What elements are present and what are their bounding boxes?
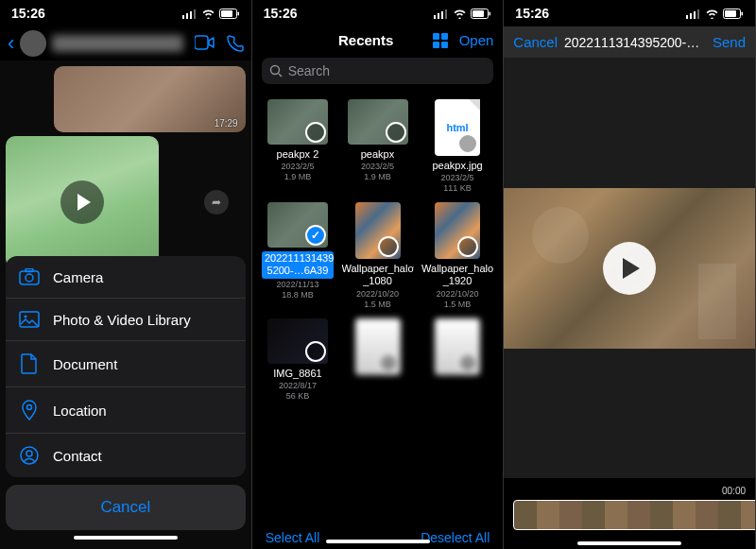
file-thumbnail	[267, 99, 328, 145]
file-title: 2022111314395200-F1C11A2…	[564, 35, 706, 50]
grid-view-icon[interactable]	[433, 33, 448, 48]
file-item[interactable]: Wallpaper_halowee…_19202022/10/201.5 MB	[420, 202, 496, 308]
files-grid: peakpx 22023/2/51.9 MBpeakpx2023/2/51.9 …	[252, 94, 504, 549]
sheet-item-camera[interactable]: Camera	[6, 256, 246, 299]
file-item[interactable]: Wallpaper_halowee…_10802022/10/201.5 MB	[339, 202, 416, 308]
status-bar: 15:26	[252, 0, 504, 26]
svg-rect-30	[725, 10, 736, 17]
battery-icon	[219, 9, 240, 19]
battery-icon	[471, 9, 491, 19]
image-message[interactable]: 17:29	[54, 66, 246, 132]
select-all-button[interactable]: Select All	[266, 530, 320, 545]
send-button[interactable]: Send	[713, 34, 746, 50]
forward-icon[interactable]: ➦	[204, 190, 229, 214]
status-right	[182, 9, 240, 19]
selection-toggle[interactable]	[378, 236, 399, 257]
sheet-item-document[interactable]: Document	[6, 341, 246, 387]
file-thumbnail: html	[435, 99, 480, 156]
selection-toggle[interactable]	[305, 225, 326, 246]
svg-point-9	[26, 274, 33, 282]
selection-toggle[interactable]	[305, 341, 326, 362]
chat-header: ‹	[0, 26, 251, 60]
selection-toggle[interactable]	[305, 122, 326, 143]
cancel-button[interactable]: Cancel	[6, 485, 246, 530]
selection-toggle[interactable]	[457, 133, 478, 154]
file-item[interactable]: IMG_88612022/8/1756 KB	[260, 318, 336, 401]
file-item[interactable]: peakpx 22023/2/51.9 MB	[260, 99, 336, 193]
video-call-icon[interactable]	[195, 35, 215, 50]
play-icon[interactable]	[603, 242, 656, 295]
home-indicator[interactable]	[74, 536, 178, 540]
deselect-all-button[interactable]: Deselect All	[421, 530, 490, 545]
file-size: 111 KB	[443, 183, 472, 193]
video-preview[interactable]	[504, 188, 755, 349]
status-bar: 15:26	[504, 0, 755, 26]
send-preview-panel: 15:26 Cancel 2022111314395200-F1C11A2… S…	[504, 0, 756, 549]
sheet-item-contact[interactable]: Contact	[6, 434, 246, 477]
file-item[interactable]	[420, 318, 496, 401]
status-bar: 15:26	[0, 0, 251, 26]
file-thumbnail	[348, 99, 408, 145]
camera-icon	[19, 268, 40, 285]
timeline-scrubber[interactable]	[513, 500, 756, 530]
whatsapp-chat-panel: 15:26 ‹ 17:29 ➦	[0, 0, 252, 549]
battery-icon	[723, 9, 744, 19]
play-icon[interactable]	[60, 180, 104, 224]
file-size: 56 KB	[286, 391, 310, 401]
svg-rect-17	[438, 13, 439, 19]
search-icon	[269, 64, 283, 77]
file-item[interactable]	[339, 318, 416, 401]
wifi-icon	[453, 9, 467, 19]
file-thumbnail	[435, 202, 480, 259]
search-input[interactable]: Search	[262, 58, 494, 84]
contact-name[interactable]	[52, 35, 182, 52]
wifi-icon	[705, 9, 719, 19]
file-size: 1.5 MB	[364, 300, 391, 309]
avatar[interactable]	[20, 30, 46, 57]
back-icon[interactable]: ‹	[8, 31, 14, 56]
svg-rect-21	[472, 10, 484, 17]
selection-toggle[interactable]	[378, 352, 399, 373]
file-date: 2023/2/5	[441, 173, 474, 182]
home-indicator[interactable]	[326, 540, 430, 543]
timeline: 00:00	[504, 478, 755, 500]
file-item[interactable]: peakpx2023/2/51.9 MB	[339, 99, 416, 193]
selection-toggle[interactable]	[457, 236, 478, 257]
svg-rect-8	[20, 271, 39, 284]
svg-rect-1	[186, 13, 188, 19]
svg-rect-0	[182, 15, 184, 19]
selection-toggle[interactable]	[386, 122, 406, 143]
file-date: 2022/8/17	[279, 381, 317, 390]
signal-icon	[182, 9, 198, 19]
sheet-item-label: Camera	[53, 269, 103, 285]
file-name: peakpx 2	[277, 148, 319, 161]
file-item[interactable]: htmlpeakpx.jpg2023/2/5111 KB	[420, 99, 496, 193]
home-indicator[interactable]	[577, 541, 681, 545]
svg-rect-18	[441, 11, 443, 19]
file-date: 2022/10/20	[437, 289, 479, 299]
svg-rect-3	[194, 9, 196, 19]
open-button[interactable]: Open	[459, 32, 494, 48]
picker-header: Recents Open	[252, 26, 504, 54]
signal-icon	[686, 9, 701, 19]
svg-rect-22	[490, 11, 491, 15]
svg-rect-5	[221, 10, 232, 17]
sheet-item-location[interactable]: Location	[6, 387, 246, 434]
status-time: 15:26	[515, 6, 549, 21]
location-icon	[19, 400, 40, 420]
file-item[interactable]: 202211131439 5200-…6A392022/11/1318.8 MB	[260, 202, 336, 308]
phone-call-icon[interactable]	[227, 35, 244, 52]
file-date: 2022/11/13	[276, 280, 318, 289]
file-size: 1.5 MB	[444, 300, 472, 309]
status-right	[686, 9, 744, 19]
cancel-button[interactable]: Cancel	[513, 34, 558, 50]
selection-toggle[interactable]	[457, 352, 478, 373]
svg-rect-27	[694, 11, 696, 19]
sheet-item-label: Photo & Video Library	[53, 312, 191, 328]
video-message[interactable]	[6, 136, 159, 268]
svg-rect-25	[686, 15, 688, 19]
sheet-item-photo-video[interactable]: Photo & Video Library	[6, 299, 246, 341]
svg-point-15	[26, 451, 32, 456]
sheet-item-label: Contact	[53, 448, 102, 464]
svg-point-13	[27, 405, 32, 410]
